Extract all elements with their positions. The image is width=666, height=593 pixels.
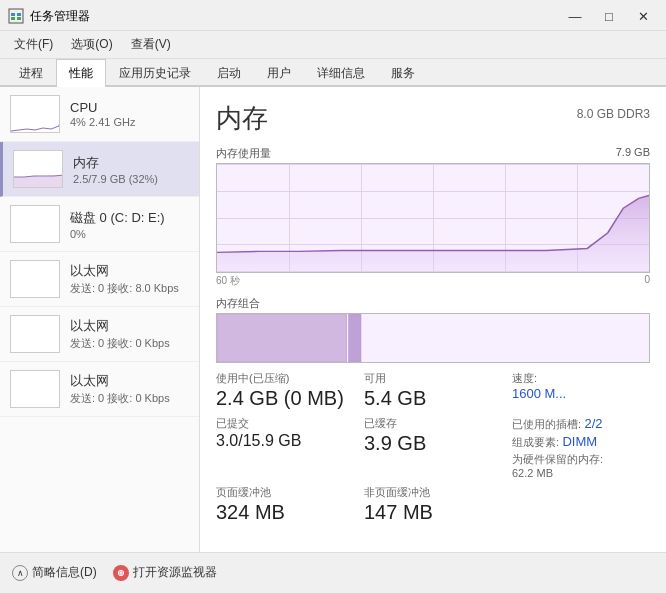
disk-title: 磁盘 0 (C: D: E:)	[70, 209, 165, 227]
disk-info: 磁盘 0 (C: D: E:) 0%	[70, 209, 165, 240]
chevron-up-icon: ∧	[12, 565, 28, 581]
resource-monitor-link[interactable]: ⊕ 打开资源监视器	[113, 564, 217, 581]
sidebar: CPU 4% 2.41 GHz 内存 2.5/7.9 GB (32%)	[0, 87, 200, 552]
mem-thumb	[13, 150, 63, 188]
stat-slots-label: 已使用的插槽:	[512, 418, 581, 430]
usage-chart-section: 内存使用量 7.9 GB	[216, 146, 650, 288]
net3-sub: 发送: 0 接收: 0 Kbps	[70, 391, 170, 406]
tab-services[interactable]: 服务	[378, 59, 428, 87]
stat-reserved: 为硬件保留的内存: 62.2 MB	[512, 452, 650, 479]
svg-marker-6	[217, 195, 649, 272]
stat-available-value: 5.4 GB	[364, 386, 502, 410]
sidebar-item-cpu[interactable]: CPU 4% 2.41 GHz	[0, 87, 199, 142]
net3-thumb	[10, 370, 60, 408]
title-bar: 任务管理器 — □ ✕	[0, 0, 666, 31]
resource-monitor-label: 打开资源监视器	[133, 564, 217, 581]
stat-cached: 已缓存 3.9 GB	[364, 416, 502, 479]
cpu-thumb	[10, 95, 60, 133]
panel-header: 内存 8.0 GB DDR3	[216, 101, 650, 136]
sidebar-item-net2[interactable]: 以太网 发送: 0 接收: 0 Kbps	[0, 307, 199, 362]
combo-chart-label: 内存组合	[216, 296, 650, 311]
net2-sub: 发送: 0 接收: 0 Kbps	[70, 336, 170, 351]
net2-thumb	[10, 315, 60, 353]
combo-chart-svg	[217, 314, 649, 362]
net1-sub: 发送: 0 接收: 8.0 Kbps	[70, 281, 179, 296]
stat-right-col: 已使用的插槽: 2/2 组成要素: DIMM 为硬件保留的内存: 62.2 MB	[512, 416, 650, 479]
stat-slots: 已使用的插槽: 2/2	[512, 416, 650, 432]
cpu-sub: 4% 2.41 GHz	[70, 116, 135, 128]
stat-committed-value: 3.0/15.9 GB	[216, 431, 354, 450]
chart-time-labels: 60 秒 0	[216, 274, 650, 288]
svg-rect-1	[11, 13, 15, 16]
stat-cached-value: 3.9 GB	[364, 431, 502, 455]
resource-monitor-icon: ⊕	[113, 565, 129, 581]
net1-info: 以太网 发送: 0 接收: 8.0 Kbps	[70, 262, 179, 296]
stat-form-label: 组成要素:	[512, 436, 559, 448]
tab-users[interactable]: 用户	[254, 59, 304, 87]
panel-title: 内存	[216, 101, 268, 136]
stat-reserved-label: 为硬件保留的内存:	[512, 452, 650, 467]
usage-chart-svg	[217, 164, 649, 272]
tab-startup[interactable]: 启动	[204, 59, 254, 87]
cpu-info: CPU 4% 2.41 GHz	[70, 100, 135, 128]
stat-in-use-value: 2.4 GB (0 MB)	[216, 386, 354, 410]
usage-chart-label: 内存使用量 7.9 GB	[216, 146, 650, 161]
stat-available-label: 可用	[364, 371, 502, 386]
net2-info: 以太网 发送: 0 接收: 0 Kbps	[70, 317, 170, 351]
svg-rect-2	[17, 13, 21, 16]
sidebar-item-net3[interactable]: 以太网 发送: 0 接收: 0 Kbps	[0, 362, 199, 417]
svg-rect-3	[11, 17, 15, 20]
stat-form-value: DIMM	[562, 434, 597, 449]
stat-committed-label: 已提交	[216, 416, 354, 431]
net1-thumb	[10, 260, 60, 298]
disk-thumb	[10, 205, 60, 243]
menu-view[interactable]: 查看(V)	[123, 33, 179, 56]
mem-sub: 2.5/7.9 GB (32%)	[73, 173, 158, 185]
stats-grid: 使用中(已压缩) 2.4 GB (0 MB) 可用 5.4 GB 速度: 160…	[216, 371, 650, 524]
stat-in-use: 使用中(已压缩) 2.4 GB (0 MB)	[216, 371, 354, 410]
stat-available: 可用 5.4 GB	[364, 371, 502, 410]
title-bar-left: 任务管理器	[8, 8, 90, 25]
mem-title: 内存	[73, 154, 158, 172]
menu-options[interactable]: 选项(O)	[63, 33, 120, 56]
app-title: 任务管理器	[30, 8, 90, 25]
net2-title: 以太网	[70, 317, 170, 335]
combo-chart-section: 内存组合	[216, 296, 650, 363]
bottom-bar: ∧ 简略信息(D) ⊕ 打开资源监视器	[0, 552, 666, 592]
stat-speed-value: 1600 M...	[512, 386, 650, 401]
tab-performance[interactable]: 性能	[56, 59, 106, 87]
minimize-button[interactable]: —	[560, 6, 590, 26]
app-icon	[8, 8, 24, 24]
title-bar-controls: — □ ✕	[560, 6, 658, 26]
stat-speed: 速度: 1600 M...	[512, 371, 650, 410]
svg-rect-7	[217, 314, 347, 362]
usage-chart	[216, 163, 650, 273]
tab-bar: 进程 性能 应用历史记录 启动 用户 详细信息 服务	[0, 59, 666, 87]
summary-label: 简略信息(D)	[32, 564, 97, 581]
panel-type-label: 8.0 GB DDR3	[577, 107, 650, 121]
stat-page-pool-label: 页面缓冲池	[216, 485, 354, 500]
summary-link[interactable]: ∧ 简略信息(D)	[12, 564, 97, 581]
stat-speed-label: 速度:	[512, 371, 650, 386]
main-content: CPU 4% 2.41 GHz 内存 2.5/7.9 GB (32%)	[0, 87, 666, 552]
svg-rect-8	[349, 314, 361, 362]
menu-file[interactable]: 文件(F)	[6, 33, 61, 56]
net3-info: 以太网 发送: 0 接收: 0 Kbps	[70, 372, 170, 406]
close-button[interactable]: ✕	[628, 6, 658, 26]
stat-form: 组成要素: DIMM	[512, 434, 650, 450]
stat-page-pool: 页面缓冲池 324 MB	[216, 485, 354, 524]
tab-app-history[interactable]: 应用历史记录	[106, 59, 204, 87]
sidebar-item-disk[interactable]: 磁盘 0 (C: D: E:) 0%	[0, 197, 199, 252]
tab-process[interactable]: 进程	[6, 59, 56, 87]
stat-cached-label: 已缓存	[364, 416, 502, 431]
cpu-title: CPU	[70, 100, 135, 115]
menu-bar: 文件(F) 选项(O) 查看(V)	[0, 31, 666, 59]
sidebar-item-net1[interactable]: 以太网 发送: 0 接收: 8.0 Kbps	[0, 252, 199, 307]
stat-in-use-label: 使用中(已压缩)	[216, 371, 354, 386]
net3-title: 以太网	[70, 372, 170, 390]
stat-nonpage-pool-value: 147 MB	[364, 500, 502, 524]
maximize-button[interactable]: □	[594, 6, 624, 26]
sidebar-item-memory[interactable]: 内存 2.5/7.9 GB (32%)	[0, 142, 199, 197]
mem-info: 内存 2.5/7.9 GB (32%)	[73, 154, 158, 185]
tab-details[interactable]: 详细信息	[304, 59, 378, 87]
